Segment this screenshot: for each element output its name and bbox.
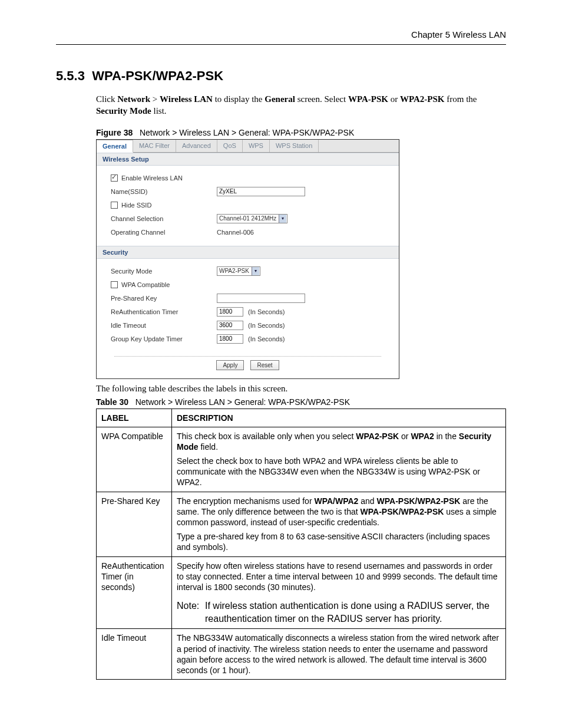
enable-wireless-checkbox[interactable] xyxy=(111,174,118,182)
cell-label: Pre-Shared Key xyxy=(97,492,172,556)
reauth-label: ReAuthentication Timer xyxy=(111,308,217,315)
idle-unit: (In Seconds) xyxy=(248,322,285,329)
channel-selection-label: Channel Selection xyxy=(111,215,217,222)
channel-selection-dropdown[interactable]: Channel-01 2412MHz▾ xyxy=(217,214,287,223)
table-row: WPA Compatible This check box is availab… xyxy=(97,427,506,492)
reauth-unit: (In Seconds) xyxy=(248,308,285,315)
chevron-down-icon: ▾ xyxy=(279,215,286,223)
security-header: Security xyxy=(97,246,399,259)
section-number: 5.5.3 xyxy=(56,68,85,83)
reset-button[interactable]: Reset xyxy=(250,360,279,370)
tab-wps-station[interactable]: WPS Station xyxy=(270,140,319,152)
gku-label: Group Key Update Timer xyxy=(111,335,217,342)
table-caption: Table 30 Network > Wireless LAN > Genera… xyxy=(96,397,506,407)
wpa-compatible-checkbox[interactable] xyxy=(111,281,118,288)
intro-paragraph: Click Network > Wireless LAN to display … xyxy=(96,93,506,117)
cell-desc: The encryption mechanisms used for WPA/W… xyxy=(172,492,506,556)
tab-bar: General MAC Filter Advanced QoS WPS WPS … xyxy=(97,140,399,153)
cell-desc: Specify how often wireless stations have… xyxy=(172,556,506,629)
tab-mac-filter[interactable]: MAC Filter xyxy=(133,140,176,152)
psk-label: Pre-Shared Key xyxy=(111,295,217,302)
hide-ssid-label: Hide SSID xyxy=(121,202,151,209)
figure-caption: Figure 38 Network > Wireless LAN > Gener… xyxy=(96,128,506,137)
description-table: LABEL DESCRIPTION WPA Compatible This ch… xyxy=(96,409,506,680)
header-rule xyxy=(56,44,506,45)
security-mode-dropdown[interactable]: WPA2-PSK▾ xyxy=(217,266,260,276)
gku-unit: (In Seconds) xyxy=(248,335,285,342)
cell-label: WPA Compatible xyxy=(97,427,172,492)
table-header-row: LABEL DESCRIPTION xyxy=(97,409,506,427)
operating-channel-value: Channel-006 xyxy=(217,229,254,236)
ssid-label: Name(SSID) xyxy=(111,188,217,195)
dotted-separator xyxy=(114,356,381,357)
note-body: If wireless station authentication is do… xyxy=(205,599,501,625)
reauth-input[interactable] xyxy=(217,307,243,317)
section-title-text: WPA-PSK/WPA2-PSK xyxy=(92,68,223,83)
table-row: ReAuthentication Timer (in seconds) Spec… xyxy=(97,556,506,629)
tab-qos[interactable]: QoS xyxy=(217,140,243,152)
table-row: Idle Timeout The NBG334W automatically d… xyxy=(97,629,506,680)
section-heading: 5.5.3 WPA-PSK/WPA2-PSK xyxy=(56,68,506,84)
operating-channel-label: Operating Channel xyxy=(111,229,217,236)
th-description: DESCRIPTION xyxy=(172,409,506,427)
idle-input[interactable] xyxy=(217,321,243,330)
wpa-compatible-label: WPA Compatible xyxy=(121,281,170,288)
th-label: LABEL xyxy=(97,409,172,427)
table-row: Pre-Shared Key The encryption mechanisms… xyxy=(97,492,506,556)
chevron-down-icon: ▾ xyxy=(252,267,259,275)
cell-desc: The NBG334W automatically disconnects a … xyxy=(172,629,506,680)
tab-general[interactable]: General xyxy=(97,140,133,153)
screenshot-panel: General MAC Filter Advanced QoS WPS WPS … xyxy=(96,139,399,379)
idle-label: Idle Timeout xyxy=(111,322,217,329)
chapter-header: Chapter 5 Wireless LAN xyxy=(56,29,506,39)
security-mode-label: Security Mode xyxy=(111,268,217,275)
wireless-setup-header: Wireless Setup xyxy=(97,153,399,166)
tab-wps[interactable]: WPS xyxy=(243,140,270,152)
enable-wireless-label: Enable Wireless LAN xyxy=(121,174,183,182)
cell-label: ReAuthentication Timer (in seconds) xyxy=(97,556,172,629)
psk-input[interactable] xyxy=(217,294,305,303)
gku-input[interactable] xyxy=(217,334,243,344)
hide-ssid-checkbox[interactable] xyxy=(111,202,118,209)
ssid-input[interactable] xyxy=(217,187,305,196)
note-lead: Note: xyxy=(177,599,205,625)
after-figure-text: The following table describes the labels… xyxy=(96,384,506,394)
cell-desc: This check box is available only when yo… xyxy=(172,427,506,492)
tab-advanced[interactable]: Advanced xyxy=(176,140,217,152)
cell-label: Idle Timeout xyxy=(97,629,172,680)
apply-button[interactable]: Apply xyxy=(216,360,244,370)
